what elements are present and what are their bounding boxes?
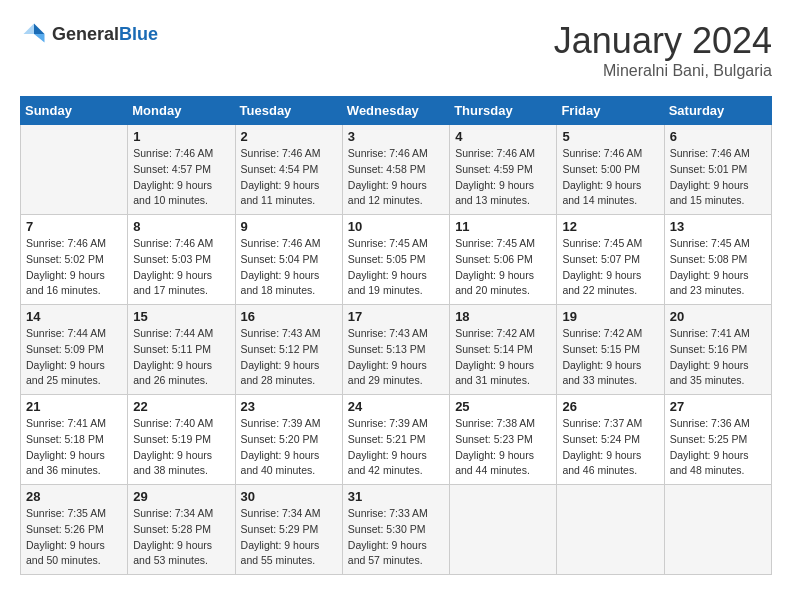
col-sunday: Sunday bbox=[21, 97, 128, 125]
day-info: Sunrise: 7:45 AMSunset: 5:07 PMDaylight:… bbox=[562, 236, 658, 299]
title-area: January 2024 Mineralni Bani, Bulgaria bbox=[554, 20, 772, 80]
day-number: 4 bbox=[455, 129, 551, 144]
day-info: Sunrise: 7:44 AMSunset: 5:09 PMDaylight:… bbox=[26, 326, 122, 389]
calendar-cell: 12 Sunrise: 7:45 AMSunset: 5:07 PMDaylig… bbox=[557, 215, 664, 305]
calendar-cell bbox=[21, 125, 128, 215]
day-number: 17 bbox=[348, 309, 444, 324]
day-number: 16 bbox=[241, 309, 337, 324]
day-number: 20 bbox=[670, 309, 766, 324]
day-number: 5 bbox=[562, 129, 658, 144]
day-info: Sunrise: 7:37 AMSunset: 5:24 PMDaylight:… bbox=[562, 416, 658, 479]
day-info: Sunrise: 7:46 AMSunset: 4:58 PMDaylight:… bbox=[348, 146, 444, 209]
calendar-cell: 24 Sunrise: 7:39 AMSunset: 5:21 PMDaylig… bbox=[342, 395, 449, 485]
calendar-cell: 29 Sunrise: 7:34 AMSunset: 5:28 PMDaylig… bbox=[128, 485, 235, 575]
day-number: 3 bbox=[348, 129, 444, 144]
day-number: 22 bbox=[133, 399, 229, 414]
calendar-cell: 1 Sunrise: 7:46 AMSunset: 4:57 PMDayligh… bbox=[128, 125, 235, 215]
day-info: Sunrise: 7:35 AMSunset: 5:26 PMDaylight:… bbox=[26, 506, 122, 569]
day-info: Sunrise: 7:45 AMSunset: 5:05 PMDaylight:… bbox=[348, 236, 444, 299]
calendar-cell: 11 Sunrise: 7:45 AMSunset: 5:06 PMDaylig… bbox=[450, 215, 557, 305]
svg-marker-2 bbox=[24, 24, 35, 35]
calendar-cell: 21 Sunrise: 7:41 AMSunset: 5:18 PMDaylig… bbox=[21, 395, 128, 485]
day-info: Sunrise: 7:45 AMSunset: 5:06 PMDaylight:… bbox=[455, 236, 551, 299]
day-info: Sunrise: 7:42 AMSunset: 5:15 PMDaylight:… bbox=[562, 326, 658, 389]
calendar-title: January 2024 bbox=[554, 20, 772, 62]
day-info: Sunrise: 7:38 AMSunset: 5:23 PMDaylight:… bbox=[455, 416, 551, 479]
calendar-cell: 3 Sunrise: 7:46 AMSunset: 4:58 PMDayligh… bbox=[342, 125, 449, 215]
day-number: 2 bbox=[241, 129, 337, 144]
calendar-cell: 28 Sunrise: 7:35 AMSunset: 5:26 PMDaylig… bbox=[21, 485, 128, 575]
calendar-cell: 22 Sunrise: 7:40 AMSunset: 5:19 PMDaylig… bbox=[128, 395, 235, 485]
calendar-week-row: 28 Sunrise: 7:35 AMSunset: 5:26 PMDaylig… bbox=[21, 485, 772, 575]
day-info: Sunrise: 7:39 AMSunset: 5:20 PMDaylight:… bbox=[241, 416, 337, 479]
calendar-cell bbox=[664, 485, 771, 575]
calendar-cell: 17 Sunrise: 7:43 AMSunset: 5:13 PMDaylig… bbox=[342, 305, 449, 395]
day-info: Sunrise: 7:34 AMSunset: 5:28 PMDaylight:… bbox=[133, 506, 229, 569]
calendar-cell: 5 Sunrise: 7:46 AMSunset: 5:00 PMDayligh… bbox=[557, 125, 664, 215]
col-tuesday: Tuesday bbox=[235, 97, 342, 125]
day-number: 19 bbox=[562, 309, 658, 324]
day-number: 18 bbox=[455, 309, 551, 324]
day-info: Sunrise: 7:46 AMSunset: 5:01 PMDaylight:… bbox=[670, 146, 766, 209]
calendar-cell bbox=[557, 485, 664, 575]
calendar-week-row: 7 Sunrise: 7:46 AMSunset: 5:02 PMDayligh… bbox=[21, 215, 772, 305]
day-number: 10 bbox=[348, 219, 444, 234]
calendar-cell: 10 Sunrise: 7:45 AMSunset: 5:05 PMDaylig… bbox=[342, 215, 449, 305]
calendar-week-row: 21 Sunrise: 7:41 AMSunset: 5:18 PMDaylig… bbox=[21, 395, 772, 485]
day-info: Sunrise: 7:43 AMSunset: 5:13 PMDaylight:… bbox=[348, 326, 444, 389]
day-number: 1 bbox=[133, 129, 229, 144]
day-number: 12 bbox=[562, 219, 658, 234]
day-number: 23 bbox=[241, 399, 337, 414]
day-info: Sunrise: 7:46 AMSunset: 5:03 PMDaylight:… bbox=[133, 236, 229, 299]
calendar-cell: 9 Sunrise: 7:46 AMSunset: 5:04 PMDayligh… bbox=[235, 215, 342, 305]
calendar-header-row: Sunday Monday Tuesday Wednesday Thursday… bbox=[21, 97, 772, 125]
day-number: 15 bbox=[133, 309, 229, 324]
calendar-cell: 13 Sunrise: 7:45 AMSunset: 5:08 PMDaylig… bbox=[664, 215, 771, 305]
logo-text: GeneralBlue bbox=[52, 24, 158, 45]
day-number: 27 bbox=[670, 399, 766, 414]
day-info: Sunrise: 7:36 AMSunset: 5:25 PMDaylight:… bbox=[670, 416, 766, 479]
calendar-cell: 23 Sunrise: 7:39 AMSunset: 5:20 PMDaylig… bbox=[235, 395, 342, 485]
day-info: Sunrise: 7:46 AMSunset: 4:54 PMDaylight:… bbox=[241, 146, 337, 209]
calendar-week-row: 1 Sunrise: 7:46 AMSunset: 4:57 PMDayligh… bbox=[21, 125, 772, 215]
calendar-cell: 20 Sunrise: 7:41 AMSunset: 5:16 PMDaylig… bbox=[664, 305, 771, 395]
day-info: Sunrise: 7:46 AMSunset: 5:02 PMDaylight:… bbox=[26, 236, 122, 299]
day-info: Sunrise: 7:46 AMSunset: 4:59 PMDaylight:… bbox=[455, 146, 551, 209]
col-wednesday: Wednesday bbox=[342, 97, 449, 125]
calendar-cell: 25 Sunrise: 7:38 AMSunset: 5:23 PMDaylig… bbox=[450, 395, 557, 485]
calendar-cell: 19 Sunrise: 7:42 AMSunset: 5:15 PMDaylig… bbox=[557, 305, 664, 395]
calendar-table: Sunday Monday Tuesday Wednesday Thursday… bbox=[20, 96, 772, 575]
logo-icon bbox=[20, 20, 48, 48]
calendar-cell: 8 Sunrise: 7:46 AMSunset: 5:03 PMDayligh… bbox=[128, 215, 235, 305]
col-saturday: Saturday bbox=[664, 97, 771, 125]
header: GeneralBlue January 2024 Mineralni Bani,… bbox=[20, 20, 772, 80]
day-number: 7 bbox=[26, 219, 122, 234]
day-number: 14 bbox=[26, 309, 122, 324]
day-number: 24 bbox=[348, 399, 444, 414]
calendar-cell: 16 Sunrise: 7:43 AMSunset: 5:12 PMDaylig… bbox=[235, 305, 342, 395]
calendar-cell: 30 Sunrise: 7:34 AMSunset: 5:29 PMDaylig… bbox=[235, 485, 342, 575]
day-number: 25 bbox=[455, 399, 551, 414]
day-number: 28 bbox=[26, 489, 122, 504]
day-info: Sunrise: 7:34 AMSunset: 5:29 PMDaylight:… bbox=[241, 506, 337, 569]
day-info: Sunrise: 7:43 AMSunset: 5:12 PMDaylight:… bbox=[241, 326, 337, 389]
day-info: Sunrise: 7:41 AMSunset: 5:16 PMDaylight:… bbox=[670, 326, 766, 389]
day-number: 31 bbox=[348, 489, 444, 504]
svg-marker-1 bbox=[34, 34, 45, 42]
calendar-cell: 7 Sunrise: 7:46 AMSunset: 5:02 PMDayligh… bbox=[21, 215, 128, 305]
calendar-cell: 18 Sunrise: 7:42 AMSunset: 5:14 PMDaylig… bbox=[450, 305, 557, 395]
calendar-cell: 27 Sunrise: 7:36 AMSunset: 5:25 PMDaylig… bbox=[664, 395, 771, 485]
col-friday: Friday bbox=[557, 97, 664, 125]
day-info: Sunrise: 7:40 AMSunset: 5:19 PMDaylight:… bbox=[133, 416, 229, 479]
calendar-cell: 14 Sunrise: 7:44 AMSunset: 5:09 PMDaylig… bbox=[21, 305, 128, 395]
calendar-subtitle: Mineralni Bani, Bulgaria bbox=[554, 62, 772, 80]
calendar-cell: 2 Sunrise: 7:46 AMSunset: 4:54 PMDayligh… bbox=[235, 125, 342, 215]
calendar-week-row: 14 Sunrise: 7:44 AMSunset: 5:09 PMDaylig… bbox=[21, 305, 772, 395]
calendar-cell: 26 Sunrise: 7:37 AMSunset: 5:24 PMDaylig… bbox=[557, 395, 664, 485]
day-info: Sunrise: 7:46 AMSunset: 5:00 PMDaylight:… bbox=[562, 146, 658, 209]
day-number: 13 bbox=[670, 219, 766, 234]
day-number: 21 bbox=[26, 399, 122, 414]
day-info: Sunrise: 7:39 AMSunset: 5:21 PMDaylight:… bbox=[348, 416, 444, 479]
day-number: 8 bbox=[133, 219, 229, 234]
calendar-body: 1 Sunrise: 7:46 AMSunset: 4:57 PMDayligh… bbox=[21, 125, 772, 575]
